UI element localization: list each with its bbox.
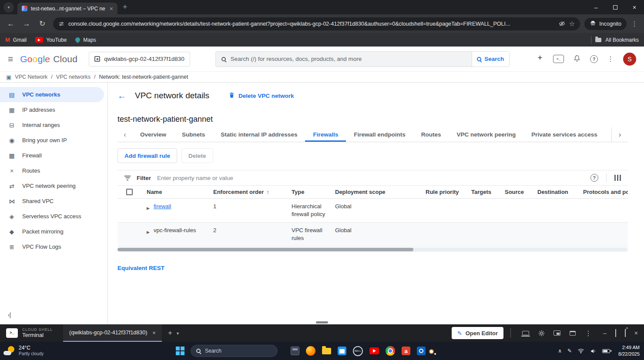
gcp-search-input[interactable]: Search (/) for resources, docs, products… bbox=[216, 52, 472, 67]
filter-help-icon[interactable]: ? bbox=[590, 174, 598, 182]
window-app-icon[interactable] bbox=[291, 347, 299, 355]
sidebar-item-shared-vpc[interactable]: ⋈ Shared VPC bbox=[0, 193, 107, 209]
column-header-deployment-scope[interactable]: Deployment scope bbox=[335, 186, 426, 198]
notifications-bell-icon[interactable] bbox=[573, 54, 581, 64]
bookmark-maps[interactable]: Maps bbox=[75, 37, 96, 43]
site-settings-icon[interactable] bbox=[58, 21, 64, 27]
gemini-sparkle-icon[interactable] bbox=[536, 54, 544, 64]
window-maximize-button[interactable] bbox=[606, 0, 625, 14]
avatar[interactable]: S bbox=[623, 53, 636, 66]
outlook-icon[interactable] bbox=[417, 347, 426, 355]
bookmark-star-icon[interactable]: ☆ bbox=[569, 20, 575, 28]
volume-icon[interactable] bbox=[590, 348, 597, 354]
firewall-policy-link[interactable]: firewall bbox=[154, 203, 171, 210]
browser-tab[interactable]: test-netwo...nt-gannet – VPC ne × bbox=[17, 3, 117, 14]
sidebar-item-packet-mirroring[interactable]: ◆ Packet mirroring bbox=[0, 224, 107, 239]
sidebar-item-serverless-vpc-access[interactable]: ◈ Serverless VPC access bbox=[0, 209, 107, 224]
taskbar-search[interactable]: Search bbox=[191, 345, 278, 357]
column-header-enforcement-order[interactable]: Enforcement order↑ bbox=[213, 186, 292, 198]
column-header-name[interactable]: Name bbox=[147, 186, 213, 198]
bookmark-youtube[interactable]: YouTube bbox=[35, 37, 67, 43]
column-header-type[interactable]: Type bbox=[292, 186, 335, 198]
taskbar-weather[interactable]: 24°C Partly cloudy bbox=[3, 342, 44, 360]
forward-button[interactable]: → bbox=[20, 17, 33, 30]
tab-firewall-endpoints[interactable]: Firewall endpoints bbox=[346, 127, 413, 142]
pen-icon[interactable]: ✎ bbox=[567, 348, 572, 354]
project-picker[interactable]: qwiklabs-gcp-02-412f37f1d830 bbox=[89, 52, 190, 67]
sidebar-item-routes[interactable]: × Routes bbox=[0, 163, 107, 178]
sidebar-item-bring-your-own-ip[interactable]: ◉ Bring your own IP bbox=[0, 133, 107, 148]
shell-settings-gear-icon[interactable] bbox=[536, 330, 547, 337]
shell-window-icon[interactable] bbox=[567, 331, 578, 336]
add-firewall-rule-button[interactable]: Add firewall rule bbox=[117, 148, 177, 163]
google-cloud-logo[interactable]: Google Cloud bbox=[20, 54, 77, 64]
tab-static-internal-ip-addresses[interactable]: Static internal IP addresses bbox=[213, 127, 305, 142]
scrollbar-thumb[interactable] bbox=[117, 248, 413, 251]
collapse-sidebar-icon[interactable]: ‹| bbox=[8, 311, 10, 318]
sidebar-item-vpc-network-peering[interactable]: ⇄ VPC network peering bbox=[0, 178, 107, 193]
new-shell-tab-button[interactable]: + bbox=[168, 329, 172, 337]
filter-row[interactable]: Filter Enter property name or value ? bbox=[117, 170, 628, 186]
row-expand-icon[interactable]: ▶ bbox=[147, 228, 150, 236]
a-app-icon[interactable]: a bbox=[402, 347, 410, 355]
tabs-scroll-right-icon[interactable]: › bbox=[611, 127, 628, 142]
tab-search-button[interactable]: ▾ bbox=[3, 2, 14, 13]
battery-icon[interactable] bbox=[602, 349, 610, 353]
tab-routes[interactable]: Routes bbox=[413, 127, 449, 142]
window-close-button[interactable]: × bbox=[625, 0, 644, 14]
column-header-targets[interactable]: Targets bbox=[471, 186, 505, 198]
hamburger-menu-icon[interactable]: ≡ bbox=[8, 54, 13, 64]
cloud-shell-icon[interactable]: >_ bbox=[553, 55, 564, 63]
file-explorer-icon[interactable] bbox=[322, 348, 331, 354]
breadcrumb-vpc-network[interactable]: VPC Network bbox=[15, 74, 47, 80]
chrome-icon[interactable] bbox=[386, 346, 395, 356]
wifi-icon[interactable] bbox=[577, 347, 584, 354]
shell-minimize-icon[interactable]: – bbox=[603, 330, 607, 337]
row-expand-icon[interactable]: ▶ bbox=[147, 204, 150, 212]
session-tab-close-icon[interactable]: × bbox=[152, 330, 156, 336]
shell-more-icon[interactable]: ⋮ bbox=[583, 329, 594, 337]
bookmark-gmail[interactable]: M Gmail bbox=[5, 37, 27, 43]
sidebar-item-ip-addresses[interactable]: ▦ IP addresses bbox=[0, 102, 107, 117]
url-text[interactable]: console.cloud.google.com/networking/netw… bbox=[68, 21, 555, 27]
column-header-destination[interactable]: Destination bbox=[537, 186, 583, 198]
shell-device-icon[interactable] bbox=[520, 331, 531, 335]
sidebar-item-vpc-networks[interactable]: ▤ VPC networks bbox=[0, 87, 104, 102]
shell-tab-menu-icon[interactable]: ▾ bbox=[177, 331, 179, 336]
tab-subnets[interactable]: Subnets bbox=[174, 127, 213, 142]
eye-off-icon[interactable] bbox=[559, 20, 565, 27]
tab-firewalls[interactable]: Firewalls bbox=[305, 127, 346, 142]
tray-chevron-up-icon[interactable]: ∧ bbox=[558, 348, 562, 354]
shell-popout-icon[interactable]: ↗ bbox=[625, 330, 626, 337]
shell-fullscreen-icon[interactable] bbox=[615, 330, 616, 337]
back-button[interactable]: ← bbox=[4, 17, 17, 30]
shell-pip-icon[interactable] bbox=[551, 330, 563, 336]
reload-button[interactable]: ↻ bbox=[36, 17, 49, 30]
new-tab-button[interactable]: + bbox=[123, 3, 127, 12]
column-header-protocols-and-ports[interactable]: Protocols and ports bbox=[583, 186, 628, 198]
sidebar-item-internal-ranges[interactable]: ⊟ Internal ranges bbox=[0, 117, 107, 133]
tab-private-services-access[interactable]: Private services access bbox=[523, 127, 605, 142]
youtube-app-icon[interactable] bbox=[369, 347, 379, 354]
sidebar-item-vpc-flow-logs[interactable]: ≣ VPC Flow Logs bbox=[0, 239, 107, 254]
dell-icon[interactable]: DELL bbox=[353, 346, 363, 356]
help-icon[interactable]: ? bbox=[590, 55, 598, 63]
browser-menu-icon[interactable]: ⋮ bbox=[629, 20, 640, 28]
address-bar[interactable]: console.cloud.google.com/networking/netw… bbox=[53, 17, 580, 30]
delete-button[interactable]: Delete bbox=[181, 148, 213, 163]
filter-input[interactable]: Enter property name or value bbox=[157, 175, 584, 181]
column-header-source[interactable]: Source bbox=[505, 186, 537, 198]
tabs-scroll-left-icon[interactable]: ‹ bbox=[117, 127, 132, 142]
open-editor-button[interactable]: ✎ Open Editor bbox=[452, 327, 503, 339]
column-header-rule-priority[interactable]: Rule priority bbox=[426, 186, 471, 198]
microsoft-store-icon[interactable] bbox=[338, 347, 346, 355]
tab-close-icon[interactable]: × bbox=[110, 6, 113, 12]
shell-session-tab[interactable]: (qwiklabs-gcp-02-412f37f1d830) × bbox=[63, 324, 162, 342]
window-minimize-button[interactable]: – bbox=[587, 0, 606, 14]
start-button[interactable] bbox=[176, 347, 184, 355]
column-display-icon[interactable] bbox=[614, 175, 621, 181]
panel-resize-handle[interactable] bbox=[316, 321, 328, 323]
header-more-icon[interactable]: ⋮ bbox=[607, 55, 614, 63]
tab-vpc-network-peering[interactable]: VPC network peering bbox=[449, 127, 523, 142]
gcp-search-button[interactable]: Search bbox=[472, 52, 509, 67]
